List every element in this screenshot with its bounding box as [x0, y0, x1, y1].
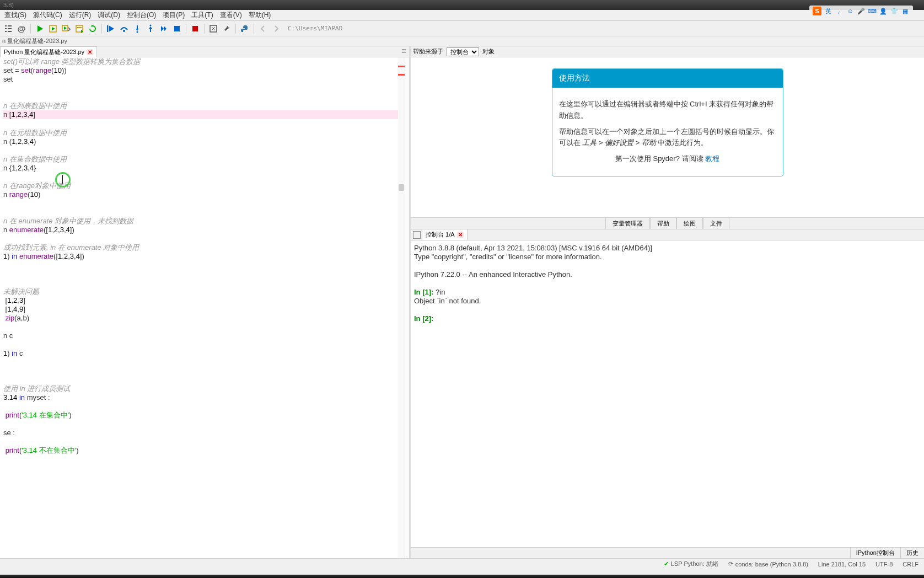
code-line: [1,4,9]	[3, 305, 406, 314]
breadcrumb-path: n 量化编程基础-2023.py	[2, 37, 67, 45]
menu-item[interactable]: 项目(P)	[159, 9, 188, 21]
back-icon[interactable]	[257, 23, 269, 35]
scroll-thumb[interactable]	[399, 184, 404, 191]
svg-rect-16	[107, 25, 108, 32]
error-marker-icon[interactable]	[398, 66, 405, 67]
continue-icon[interactable]	[158, 23, 170, 35]
ime-person-icon[interactable]: 👤	[879, 7, 888, 15]
ime-grid-icon[interactable]: ▦	[901, 7, 910, 15]
status-position: Line 2181, Col 15	[818, 561, 866, 568]
ime-punct-icon[interactable]: ,·	[835, 7, 844, 15]
pythonpath-icon[interactable]	[239, 23, 251, 35]
code-line: 成功找到元素, in 在 enumerate 对象中使用	[3, 243, 406, 252]
code-line: n (1,2,3,4)	[3, 137, 406, 146]
console-bottom-tab[interactable]: IPython控制台	[850, 548, 900, 558]
console-line: Type "copyright", "credits" or "license"…	[414, 253, 921, 261]
status-lsp[interactable]: ✔LSP Python: 就绪	[664, 560, 718, 568]
ime-lang[interactable]: 英	[824, 7, 832, 15]
help-pane-tab[interactable]: 变量管理器	[605, 218, 650, 229]
error-marker-icon[interactable]	[398, 74, 405, 76]
svg-point-19	[137, 31, 138, 33]
svg-marker-22	[161, 26, 164, 31]
console-line	[414, 261, 921, 270]
code-line	[3, 279, 406, 287]
console-output[interactable]: Python 3.8.8 (default, Apr 13 2021, 15:0…	[411, 240, 924, 547]
code-line	[3, 340, 406, 349]
console-tab-bar: 控制台 1/A ✕	[411, 229, 924, 240]
close-tab-icon[interactable]: ✕	[87, 49, 93, 55]
code-line	[3, 93, 406, 101]
ime-mic-icon[interactable]: 🎤	[857, 7, 866, 15]
menu-item[interactable]: 查看(V)	[217, 9, 245, 21]
step-out-icon[interactable]	[144, 23, 157, 35]
tutorial-link[interactable]: 教程	[705, 154, 719, 163]
console-line: Object `in` not found.	[414, 297, 921, 306]
file-tab-label: Python 量化编程基础-2023.py	[4, 48, 84, 56]
at-icon[interactable]: @	[15, 23, 28, 35]
ime-keyboard-icon[interactable]: ⌨	[868, 7, 877, 15]
editor-scrollbar[interactable]	[398, 57, 405, 558]
run-icon[interactable]	[34, 23, 46, 35]
code-line: 使用 in 进行成员测试	[3, 384, 406, 393]
ime-shirt-icon[interactable]: 👕	[890, 7, 899, 15]
debug-icon[interactable]	[105, 23, 117, 35]
help-pane: 使用方法 在这里你可以通过在编辑器或者终端中按 Ctrl+I 来获得任何对象的帮…	[411, 57, 924, 217]
run-cell-icon[interactable]	[47, 23, 59, 35]
help-title: 使用方法	[552, 69, 783, 88]
menu-item[interactable]: 运行(R)	[66, 9, 95, 21]
stop-icon[interactable]	[189, 23, 201, 35]
console-bottom-tab[interactable]: 历史	[900, 548, 924, 558]
menu-item[interactable]: 控制台(O)	[123, 9, 159, 21]
code-line: n 在元组数据中使用	[3, 129, 406, 137]
svg-marker-10	[64, 26, 67, 30]
svg-point-17	[123, 30, 125, 32]
toolbar: @ C:\Users\MIAPAD	[0, 21, 924, 36]
version-text: 3.8)	[3, 2, 14, 8]
code-line: n enumerate([1,2,3,4])	[3, 226, 406, 234]
step-into-icon[interactable]	[131, 23, 143, 35]
maximize-icon[interactable]	[207, 23, 219, 35]
menu-item[interactable]: 查找(S)	[1, 9, 30, 21]
menu-item[interactable]: 工具(T)	[188, 9, 216, 21]
preferences-icon[interactable]	[221, 23, 233, 35]
svg-rect-3	[8, 28, 12, 29]
code-line: 1) in c	[3, 349, 406, 358]
help-pane-tab[interactable]: 文件	[703, 218, 729, 229]
outline-toggle-icon[interactable]: ☰	[401, 48, 408, 55]
console-pane-icon[interactable]	[413, 231, 421, 239]
status-conda[interactable]: ⟳conda: base (Python 3.8.8)	[728, 560, 808, 568]
code-line	[3, 270, 406, 279]
svg-marker-15	[109, 25, 114, 32]
console-line: Python 3.8.8 (default, Apr 13 2021, 15:0…	[414, 244, 921, 253]
console-tab[interactable]: 控制台 1/A ✕	[422, 229, 468, 240]
forward-icon[interactable]	[270, 23, 282, 35]
code-editor[interactable]: set()可以将 range 类型数据转换为集合数据set = set(rang…	[0, 57, 409, 558]
code-line	[3, 376, 406, 384]
code-line: set()可以将 range 类型数据转换为集合数据	[3, 57, 406, 66]
close-console-icon[interactable]: ✕	[457, 232, 464, 238]
menu-item[interactable]: 调试(D)	[94, 9, 123, 21]
console-line	[414, 279, 921, 288]
ime-smile-icon[interactable]: ☺	[846, 7, 855, 15]
run-selection-icon[interactable]	[73, 23, 85, 35]
menu-item[interactable]: 帮助(H)	[245, 9, 275, 21]
help-paragraph: 第一次使用 Spyder? 请阅读 教程	[559, 153, 776, 165]
help-pane-tab[interactable]: 绘图	[676, 218, 703, 229]
help-header: 帮助来源于 控制台 对象	[411, 46, 924, 57]
menu-item[interactable]: 源代码(C)	[30, 9, 66, 21]
run-cell-advance-icon[interactable]	[60, 23, 72, 35]
stop-debug-icon[interactable]	[171, 23, 183, 35]
working-dir: C:\Users\MIAPAD	[288, 25, 342, 32]
outline-icon[interactable]	[2, 23, 14, 35]
ime-sogou-icon[interactable]: S	[813, 7, 821, 15]
code-line: n 在range对象中使用	[3, 181, 406, 190]
code-line: print('3.14 不在集合中')	[3, 446, 406, 455]
help-source-select[interactable]: 控制台	[447, 47, 479, 56]
breadcrumb: n 量化编程基础-2023.py	[0, 36, 924, 46]
rerun-icon[interactable]	[87, 23, 99, 35]
step-over-icon[interactable]	[118, 23, 130, 35]
file-tab[interactable]: Python 量化编程基础-2023.py ✕	[0, 46, 97, 57]
text-cursor	[62, 175, 63, 184]
help-pane-tab[interactable]: 帮助	[650, 218, 676, 229]
svg-marker-6	[37, 25, 43, 32]
